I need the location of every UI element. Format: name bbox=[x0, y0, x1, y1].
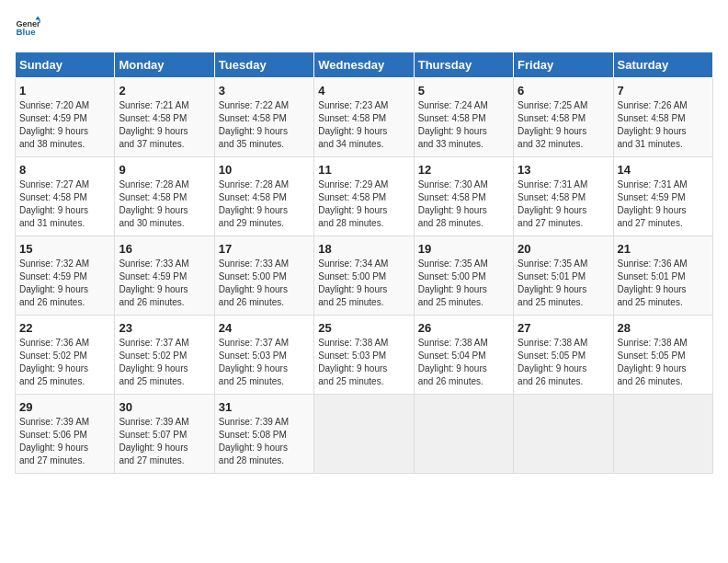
calendar-week-2: 8Sunrise: 7:27 AM Sunset: 4:58 PM Daylig… bbox=[16, 157, 713, 236]
day-number: 11 bbox=[318, 163, 409, 177]
calendar-cell: 23Sunrise: 7:37 AM Sunset: 5:02 PM Dayli… bbox=[115, 316, 214, 395]
calendar-cell: 25Sunrise: 7:38 AM Sunset: 5:03 PM Dayli… bbox=[314, 316, 414, 395]
day-info: Sunrise: 7:38 AM Sunset: 5:05 PM Dayligh… bbox=[518, 337, 609, 388]
calendar-cell: 22Sunrise: 7:36 AM Sunset: 5:02 PM Dayli… bbox=[16, 316, 115, 395]
svg-text:Blue: Blue bbox=[16, 27, 36, 37]
day-info: Sunrise: 7:21 AM Sunset: 4:58 PM Dayligh… bbox=[119, 99, 210, 151]
day-info: Sunrise: 7:38 AM Sunset: 5:05 PM Dayligh… bbox=[618, 337, 709, 388]
day-number: 13 bbox=[518, 163, 609, 177]
day-info: Sunrise: 7:32 AM Sunset: 4:59 PM Dayligh… bbox=[19, 258, 110, 309]
day-info: Sunrise: 7:22 AM Sunset: 4:58 PM Dayligh… bbox=[219, 99, 310, 151]
day-number: 17 bbox=[219, 242, 310, 256]
calendar-cell: 13Sunrise: 7:31 AM Sunset: 4:58 PM Dayli… bbox=[514, 157, 613, 236]
calendar-cell bbox=[414, 395, 513, 474]
day-number: 26 bbox=[418, 321, 509, 335]
day-info: Sunrise: 7:31 AM Sunset: 4:58 PM Dayligh… bbox=[518, 178, 609, 230]
day-number: 14 bbox=[618, 163, 709, 177]
day-info: Sunrise: 7:38 AM Sunset: 5:04 PM Dayligh… bbox=[418, 337, 509, 388]
header-day-monday: Monday bbox=[115, 52, 214, 78]
day-number: 22 bbox=[19, 321, 110, 335]
calendar-cell: 7Sunrise: 7:26 AM Sunset: 4:58 PM Daylig… bbox=[613, 78, 712, 157]
header-day-wednesday: Wednesday bbox=[314, 52, 414, 78]
header-day-thursday: Thursday bbox=[414, 52, 513, 78]
day-info: Sunrise: 7:33 AM Sunset: 4:59 PM Dayligh… bbox=[119, 258, 210, 309]
day-info: Sunrise: 7:30 AM Sunset: 4:58 PM Dayligh… bbox=[418, 178, 509, 230]
day-number: 12 bbox=[418, 163, 509, 177]
header-day-tuesday: Tuesday bbox=[214, 52, 313, 78]
calendar-cell: 6Sunrise: 7:25 AM Sunset: 4:58 PM Daylig… bbox=[514, 78, 613, 157]
day-number: 30 bbox=[119, 400, 210, 414]
calendar-week-5: 29Sunrise: 7:39 AM Sunset: 5:06 PM Dayli… bbox=[16, 395, 713, 474]
day-number: 28 bbox=[618, 321, 709, 335]
day-info: Sunrise: 7:35 AM Sunset: 5:01 PM Dayligh… bbox=[518, 258, 609, 309]
day-info: Sunrise: 7:31 AM Sunset: 4:59 PM Dayligh… bbox=[618, 178, 709, 230]
day-number: 9 bbox=[119, 163, 210, 177]
day-info: Sunrise: 7:27 AM Sunset: 4:58 PM Dayligh… bbox=[19, 178, 110, 230]
header-row: SundayMondayTuesdayWednesdayThursdayFrid… bbox=[16, 52, 713, 78]
calendar-week-1: 1Sunrise: 7:20 AM Sunset: 4:59 PM Daylig… bbox=[16, 78, 713, 157]
day-number: 4 bbox=[318, 84, 409, 98]
day-info: Sunrise: 7:39 AM Sunset: 5:06 PM Dayligh… bbox=[19, 416, 110, 467]
calendar-cell bbox=[514, 395, 613, 474]
day-info: Sunrise: 7:25 AM Sunset: 4:58 PM Dayligh… bbox=[518, 99, 609, 151]
day-info: Sunrise: 7:37 AM Sunset: 5:02 PM Dayligh… bbox=[119, 337, 210, 388]
day-info: Sunrise: 7:28 AM Sunset: 4:58 PM Dayligh… bbox=[219, 178, 310, 230]
day-number: 15 bbox=[19, 242, 110, 256]
calendar-week-3: 15Sunrise: 7:32 AM Sunset: 4:59 PM Dayli… bbox=[16, 236, 713, 316]
calendar-cell: 17Sunrise: 7:33 AM Sunset: 5:00 PM Dayli… bbox=[214, 236, 313, 316]
calendar-cell: 29Sunrise: 7:39 AM Sunset: 5:06 PM Dayli… bbox=[16, 395, 115, 474]
day-number: 31 bbox=[219, 400, 310, 414]
day-info: Sunrise: 7:26 AM Sunset: 4:58 PM Dayligh… bbox=[618, 99, 709, 151]
day-number: 10 bbox=[219, 163, 310, 177]
day-number: 20 bbox=[518, 242, 609, 256]
calendar-cell: 12Sunrise: 7:30 AM Sunset: 4:58 PM Dayli… bbox=[414, 157, 513, 236]
calendar-cell: 28Sunrise: 7:38 AM Sunset: 5:05 PM Dayli… bbox=[613, 316, 712, 395]
calendar-cell: 1Sunrise: 7:20 AM Sunset: 4:59 PM Daylig… bbox=[16, 78, 115, 157]
day-info: Sunrise: 7:39 AM Sunset: 5:07 PM Dayligh… bbox=[119, 416, 210, 467]
day-number: 5 bbox=[418, 84, 509, 98]
day-info: Sunrise: 7:39 AM Sunset: 5:08 PM Dayligh… bbox=[219, 416, 310, 467]
day-info: Sunrise: 7:33 AM Sunset: 5:00 PM Dayligh… bbox=[219, 258, 310, 309]
calendar-cell: 20Sunrise: 7:35 AM Sunset: 5:01 PM Dayli… bbox=[514, 236, 613, 316]
day-number: 18 bbox=[318, 242, 409, 256]
day-number: 8 bbox=[19, 163, 110, 177]
calendar-cell: 3Sunrise: 7:22 AM Sunset: 4:58 PM Daylig… bbox=[214, 78, 313, 157]
day-info: Sunrise: 7:36 AM Sunset: 5:01 PM Dayligh… bbox=[618, 258, 709, 309]
calendar-cell: 30Sunrise: 7:39 AM Sunset: 5:07 PM Dayli… bbox=[115, 395, 214, 474]
calendar-cell: 8Sunrise: 7:27 AM Sunset: 4:58 PM Daylig… bbox=[16, 157, 115, 236]
day-number: 19 bbox=[418, 242, 509, 256]
day-info: Sunrise: 7:37 AM Sunset: 5:03 PM Dayligh… bbox=[219, 337, 310, 388]
calendar-cell: 27Sunrise: 7:38 AM Sunset: 5:05 PM Dayli… bbox=[514, 316, 613, 395]
calendar-cell: 11Sunrise: 7:29 AM Sunset: 4:58 PM Dayli… bbox=[314, 157, 414, 236]
header-day-sunday: Sunday bbox=[16, 52, 115, 78]
day-info: Sunrise: 7:34 AM Sunset: 5:00 PM Dayligh… bbox=[318, 258, 409, 309]
day-number: 21 bbox=[618, 242, 709, 256]
day-info: Sunrise: 7:28 AM Sunset: 4:58 PM Dayligh… bbox=[119, 178, 210, 230]
calendar-cell: 9Sunrise: 7:28 AM Sunset: 4:58 PM Daylig… bbox=[115, 157, 214, 236]
calendar-cell: 16Sunrise: 7:33 AM Sunset: 4:59 PM Dayli… bbox=[115, 236, 214, 316]
calendar-cell: 5Sunrise: 7:24 AM Sunset: 4:58 PM Daylig… bbox=[414, 78, 513, 157]
day-number: 29 bbox=[19, 400, 110, 414]
calendar-cell: 18Sunrise: 7:34 AM Sunset: 5:00 PM Dayli… bbox=[314, 236, 414, 316]
day-number: 6 bbox=[518, 84, 609, 98]
day-number: 16 bbox=[119, 242, 210, 256]
calendar-cell: 26Sunrise: 7:38 AM Sunset: 5:04 PM Dayli… bbox=[414, 316, 513, 395]
svg-marker-2 bbox=[35, 16, 40, 19]
day-info: Sunrise: 7:20 AM Sunset: 4:59 PM Dayligh… bbox=[19, 99, 110, 151]
calendar-cell: 10Sunrise: 7:28 AM Sunset: 4:58 PM Dayli… bbox=[214, 157, 313, 236]
day-number: 7 bbox=[618, 84, 709, 98]
calendar-body: 1Sunrise: 7:20 AM Sunset: 4:59 PM Daylig… bbox=[16, 78, 713, 474]
day-number: 1 bbox=[19, 84, 110, 98]
day-number: 2 bbox=[119, 84, 210, 98]
header-day-saturday: Saturday bbox=[613, 52, 712, 78]
day-number: 23 bbox=[119, 321, 210, 335]
day-number: 25 bbox=[318, 321, 409, 335]
calendar-cell: 14Sunrise: 7:31 AM Sunset: 4:59 PM Dayli… bbox=[613, 157, 712, 236]
day-info: Sunrise: 7:24 AM Sunset: 4:58 PM Dayligh… bbox=[418, 99, 509, 151]
day-number: 27 bbox=[518, 321, 609, 335]
calendar-cell: 4Sunrise: 7:23 AM Sunset: 4:58 PM Daylig… bbox=[314, 78, 414, 157]
header-day-friday: Friday bbox=[514, 52, 613, 78]
calendar-cell bbox=[314, 395, 414, 474]
calendar-table: SundayMondayTuesdayWednesdayThursdayFrid… bbox=[15, 52, 713, 474]
day-info: Sunrise: 7:29 AM Sunset: 4:58 PM Dayligh… bbox=[318, 178, 409, 230]
